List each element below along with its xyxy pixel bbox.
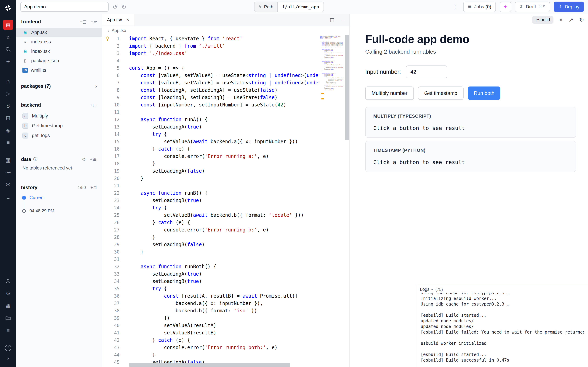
refresh-icon[interactable]: ↻ — [579, 17, 584, 23]
packages-label: packages (7) — [21, 83, 51, 89]
preview-subtitle: Calling 2 backend runnables — [365, 49, 576, 55]
vertical-scrollbar[interactable] — [345, 35, 349, 140]
packages-row[interactable]: packages (7) › — [16, 81, 102, 92]
magic-wand-icon[interactable]: ✦ — [3, 56, 13, 67]
code-content[interactable]: import React, { useState } from 'react'i… — [129, 35, 319, 367]
react-file-icon: ◉ — [22, 30, 28, 35]
log-line: updated node_modules/ — [421, 318, 584, 324]
file-App.tsx[interactable]: ◉App.tsx — [16, 28, 102, 37]
split-editor-icon[interactable]: ◫ — [330, 17, 334, 23]
runs-icon[interactable]: ▷ — [3, 88, 13, 99]
jobs-button[interactable]: ≣Jobs (0) — [463, 1, 496, 12]
horizontal-scrollbar[interactable] — [129, 363, 290, 367]
get-timestamp-button[interactable]: Get timestamp — [418, 86, 464, 100]
add-icon[interactable]: + — [3, 193, 13, 204]
user-icon[interactable] — [3, 276, 13, 286]
minimap[interactable]: import React, { useState } from 'react'i… — [320, 36, 343, 367]
editor-breadcrumb-row: › App.tsx — [102, 26, 349, 35]
schedules-icon[interactable]: ◈ — [3, 125, 13, 135]
runnable-badge: b — [22, 123, 28, 129]
data-empty-text: No tables referenced yet — [16, 165, 102, 171]
file-wmill.ts[interactable]: TSwmill.ts — [16, 66, 102, 75]
windmill-logo[interactable] — [3, 3, 13, 13]
add-runnable-icon[interactable]: +▢ — [90, 103, 97, 108]
esbuild-badge: esbuild — [532, 16, 554, 24]
runnable-b[interactable]: bGet timestamp — [16, 121, 102, 131]
file-index.css[interactable]: #index.css — [16, 37, 102, 47]
folder-icon[interactable] — [3, 313, 13, 323]
file-index.tsx[interactable]: ◉index.tsx — [16, 47, 102, 56]
resources-icon[interactable]: ⊞ — [3, 113, 13, 123]
typescript-file-icon: TS — [22, 67, 28, 73]
add-snapshot-icon[interactable]: +⊡ — [90, 185, 97, 190]
flow-graph-icon[interactable]: ⊶ — [3, 167, 13, 177]
file-name: index.tsx — [31, 49, 50, 54]
sidebar: frontend +▢ +▱ ◉App.tsx#index.css◉index.… — [16, 14, 102, 367]
history-current-label: Current — [29, 195, 45, 200]
settings-gear-icon[interactable]: ⚙ — [3, 288, 13, 299]
groups-icon[interactable]: ≡ — [3, 137, 13, 148]
apps-grid-icon[interactable]: ▦ — [3, 300, 13, 311]
deploy-button[interactable]: ↥Deploy — [554, 1, 584, 12]
mail-icon[interactable]: ✉ — [3, 179, 13, 190]
editor-tabbar: App.tsx × ◫ ⋯ — [102, 14, 349, 26]
code-area[interactable]: 1234567891011121314151617181920212223242… — [102, 35, 349, 367]
log-line — [421, 346, 584, 352]
history-counter: 1/50 — [78, 185, 86, 190]
jobs-icon: ≣ — [468, 5, 472, 9]
undo-icon[interactable]: ↺ — [112, 4, 118, 10]
menu-list-icon[interactable]: ≡ — [3, 325, 13, 335]
logs-header[interactable]: Logs ▾ (75) — [417, 285, 588, 292]
log-line — [421, 307, 584, 313]
current-app-icon[interactable]: ▤ — [3, 20, 13, 30]
runnable-a[interactable]: aMultiply — [16, 111, 102, 121]
history-entry[interactable]: 04:48:29 PM — [16, 208, 102, 213]
log-line: [esbuild] Build failed: You need to wait… — [421, 329, 584, 335]
path-control[interactable]: ✎Path f/all/demo_app — [254, 1, 324, 12]
runnable-badge: a — [22, 113, 28, 119]
css-file-icon: # — [22, 40, 28, 44]
card-title: TIMESTAMP (PYTHON) — [373, 148, 568, 153]
logs-count: (75) — [435, 287, 443, 292]
tab-close-icon[interactable]: × — [126, 17, 129, 23]
tab-label: App.tsx — [107, 17, 122, 23]
editor-more-icon[interactable]: ⋯ — [340, 17, 345, 23]
variables-icon[interactable]: $ — [3, 100, 13, 111]
history-current-entry[interactable]: Current — [16, 195, 102, 200]
draft-button[interactable]: ↧Draft⌘S — [515, 1, 550, 12]
logs-content[interactable]: Using idb cache for csstype@3.2.3 …Initi… — [417, 292, 588, 363]
calendar-icon[interactable]: ▦ — [3, 155, 13, 165]
path-value: f/all/demo_app — [278, 1, 324, 12]
current-dot-icon — [22, 196, 26, 200]
add-folder-icon[interactable]: +▱ — [91, 19, 97, 24]
ai-wand-button[interactable]: ✦ — [500, 1, 511, 12]
backend-section-title: backend — [21, 102, 41, 108]
frontend-file-list: ◉App.tsx#index.css◉index.tsx{}package.js… — [16, 28, 102, 75]
react-file-icon: ◉ — [22, 49, 28, 54]
help-icon[interactable]: ? — [5, 345, 11, 351]
deploy-icon: ↥ — [558, 5, 562, 9]
collapse-rail-icon[interactable]: › — [3, 353, 13, 364]
breadcrumb[interactable]: App.tsx — [112, 28, 126, 33]
multiply-number-button[interactable]: Multiply number — [365, 86, 414, 100]
redo-icon[interactable]: ↻ — [121, 4, 127, 10]
home-icon[interactable]: ⌂ — [3, 76, 13, 86]
app-name-input[interactable] — [20, 2, 109, 12]
history-timeline: Current 04:48:29 PM — [16, 193, 102, 213]
data-settings-icon[interactable]: ⚙ — [82, 157, 86, 162]
path-edit-button[interactable]: ✎Path — [254, 1, 278, 12]
kebab-menu-icon[interactable]: ⋮ — [452, 4, 459, 10]
tab-app-tsx[interactable]: App.tsx × — [102, 14, 134, 25]
star-icon[interactable]: ☆ — [3, 32, 13, 42]
search-icon[interactable] — [3, 44, 13, 55]
inspect-icon[interactable]: ⌖ — [559, 17, 562, 23]
path-label: Path — [264, 4, 273, 10]
run-both-button[interactable]: Run both — [468, 86, 500, 100]
add-table-icon[interactable]: +▦ — [90, 157, 97, 162]
runnable-c[interactable]: cget_logs — [16, 131, 102, 141]
input-number-field[interactable] — [406, 66, 447, 78]
open-external-icon[interactable]: ↗ — [569, 17, 573, 23]
add-file-icon[interactable]: +▢ — [80, 19, 87, 24]
file-package.json[interactable]: {}package.json — [16, 56, 102, 66]
runnable-badge: c — [22, 133, 28, 139]
